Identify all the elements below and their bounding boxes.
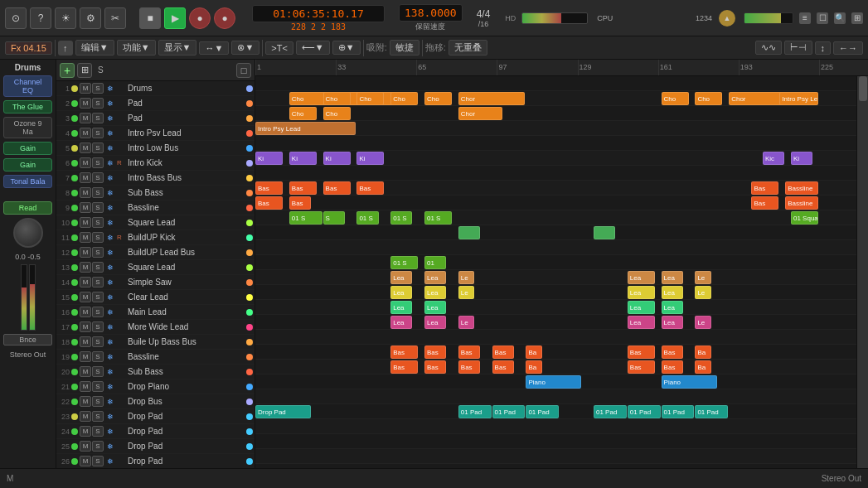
clip-track[interactable]: LeaLeaLeaLea xyxy=(255,300,868,315)
solo-button[interactable]: S xyxy=(92,277,104,287)
solo-button[interactable]: S xyxy=(92,83,104,94)
clip[interactable]: Le xyxy=(458,286,474,299)
solo-button[interactable]: S xyxy=(92,232,104,243)
clip[interactable]: 01 Pad xyxy=(628,405,661,418)
clip-track[interactable]: BasBasBasBasBaBasBasBa xyxy=(255,345,868,360)
clip[interactable]: Ba xyxy=(695,360,710,374)
clip[interactable]: Lea xyxy=(424,301,446,314)
solo-button[interactable]: S xyxy=(92,128,104,138)
clip-track[interactable] xyxy=(255,76,868,91)
waveform-btn[interactable]: ∿∿ xyxy=(755,41,782,55)
clip[interactable]: Le xyxy=(695,286,710,299)
clip-track[interactable] xyxy=(255,434,868,449)
clip[interactable]: Chor xyxy=(458,107,502,120)
clip[interactable]: Lea xyxy=(424,286,446,299)
mute-button[interactable]: M xyxy=(80,336,91,347)
mute-button[interactable]: M xyxy=(80,217,91,228)
track-row[interactable]: 13MS❄Square Lead xyxy=(56,260,255,275)
mute-button[interactable]: M xyxy=(80,277,91,287)
clip[interactable]: Bas xyxy=(323,181,351,195)
clip[interactable]: 01 S xyxy=(390,211,412,225)
track-row[interactable]: 25MS❄Drop Pad xyxy=(56,439,255,454)
solo-button[interactable]: S xyxy=(92,411,104,422)
track-height-btn[interactable]: ↕ xyxy=(815,41,832,55)
mute-button[interactable]: M xyxy=(80,128,91,138)
track-row[interactable]: 4MS❄Intro Psv Lead xyxy=(56,126,255,141)
clip[interactable]: Lea xyxy=(662,301,683,314)
clip[interactable]: 01 Pad xyxy=(662,405,695,418)
expand-icon[interactable]: ⊞ xyxy=(851,12,863,24)
drag-mode[interactable]: 无重叠 xyxy=(449,40,487,56)
clip[interactable]: Ba xyxy=(526,345,541,359)
search-icon[interactable]: 🔍 xyxy=(834,12,846,24)
clip[interactable]: Cho xyxy=(323,107,351,120)
solo-button[interactable]: S xyxy=(92,202,104,213)
clip[interactable]: Cho xyxy=(289,107,317,120)
mute-button[interactable]: M xyxy=(80,396,91,407)
track-row[interactable]: 12MS❄BuildUP Lead Bus xyxy=(56,245,255,260)
clip[interactable]: Bas xyxy=(662,345,683,359)
mute-button[interactable]: M xyxy=(80,411,91,422)
tonal-slot[interactable]: Tonal Bala xyxy=(3,175,52,188)
clip[interactable]: Bas xyxy=(458,360,480,374)
clip-track[interactable]: KiKiKiKiKicKi xyxy=(255,151,868,166)
clip[interactable]: Piano xyxy=(662,375,717,389)
zoom-in-btn[interactable]: ⊢⊣ xyxy=(784,41,812,55)
clip-track[interactable]: ChoChoChoChoChoChorChoChoChorIntro Psy L… xyxy=(255,91,868,106)
mute-button[interactable]: M xyxy=(80,441,91,452)
mute-button[interactable]: M xyxy=(80,232,91,243)
solo-button[interactable]: S xyxy=(92,98,104,109)
edit-menu[interactable]: 编辑▼ xyxy=(75,40,114,56)
scroll-indicator[interactable] xyxy=(856,60,868,468)
track-row[interactable]: 18MS❄Buile Up Bass Bus xyxy=(56,335,255,350)
help-button[interactable]: ? xyxy=(30,7,51,29)
solo-button[interactable]: S xyxy=(92,157,104,168)
clip[interactable]: Ki xyxy=(791,152,812,165)
track-row[interactable]: 8MS❄Sub Bass xyxy=(56,186,255,201)
clip-track[interactable]: Intro Psy Lead xyxy=(255,121,868,136)
clip[interactable]: Bassline xyxy=(785,196,818,210)
clip[interactable]: Lea xyxy=(424,316,446,329)
ozone-slot[interactable]: Ozone 9 Ma xyxy=(3,117,52,138)
gain1-slot[interactable]: Gain xyxy=(3,142,52,155)
collapse-btn[interactable]: ↑ xyxy=(58,41,73,56)
clip-track[interactable]: BasBasBasBasBasBassline xyxy=(255,181,868,196)
clip-track[interactable] xyxy=(255,330,868,345)
clip-track[interactable]: BasBasBasBasBaBasBasBa xyxy=(255,360,868,374)
brightness-button[interactable]: ☀ xyxy=(55,7,76,29)
mute-button[interactable]: M xyxy=(80,98,91,109)
mute-button[interactable]: M xyxy=(80,247,91,258)
track-row[interactable]: 23MS❄Drop Pad xyxy=(56,409,255,424)
track-row[interactable]: 22MS❄Drop Bus xyxy=(56,394,255,409)
timeline-area[interactable]: 1336597129161193225 ChoChoChoChoChoChorC… xyxy=(255,60,868,468)
stop-button[interactable]: ■ xyxy=(139,7,161,29)
power-button[interactable]: ⊙ xyxy=(5,7,27,29)
zoom-menu[interactable]: ↔▼ xyxy=(199,41,229,55)
mute-button[interactable]: M xyxy=(80,143,91,153)
track-row[interactable]: 17MS❄More Wide Lead xyxy=(56,320,255,335)
volume-knob[interactable] xyxy=(13,218,43,248)
clip-track[interactable]: LeaLeaLeLeaLeaLe xyxy=(255,285,868,300)
solo-button[interactable]: S xyxy=(92,336,104,347)
clip[interactable]: 01 Pad xyxy=(526,405,559,418)
clip[interactable]: Chor xyxy=(729,92,784,105)
clip-track[interactable] xyxy=(255,389,868,404)
time-display[interactable]: 01:06:35:10.17 xyxy=(252,5,385,22)
clip[interactable]: Cho xyxy=(323,92,351,105)
clip[interactable] xyxy=(458,226,480,239)
clip[interactable]: Lea xyxy=(424,271,446,284)
solo-button[interactable]: S xyxy=(92,321,104,332)
tools-menu[interactable]: ⊕▼ xyxy=(332,41,361,55)
view-menu[interactable]: 显示▼ xyxy=(158,40,197,56)
solo-button[interactable]: S xyxy=(92,307,104,317)
track-row[interactable]: 20MS❄Sub Bass xyxy=(56,365,255,379)
solo-button[interactable]: S xyxy=(92,187,104,198)
clip[interactable]: Bas xyxy=(356,181,384,195)
record-arm[interactable]: R xyxy=(117,234,127,241)
time-sig-display[interactable]: 4/4 xyxy=(477,8,491,20)
bounce-button[interactable]: Bnce xyxy=(3,334,52,345)
clip[interactable]: Bas xyxy=(289,196,311,210)
solo-button[interactable]: S xyxy=(92,113,104,123)
clip[interactable]: Kic xyxy=(763,152,784,165)
solo-button[interactable]: S xyxy=(92,172,104,183)
